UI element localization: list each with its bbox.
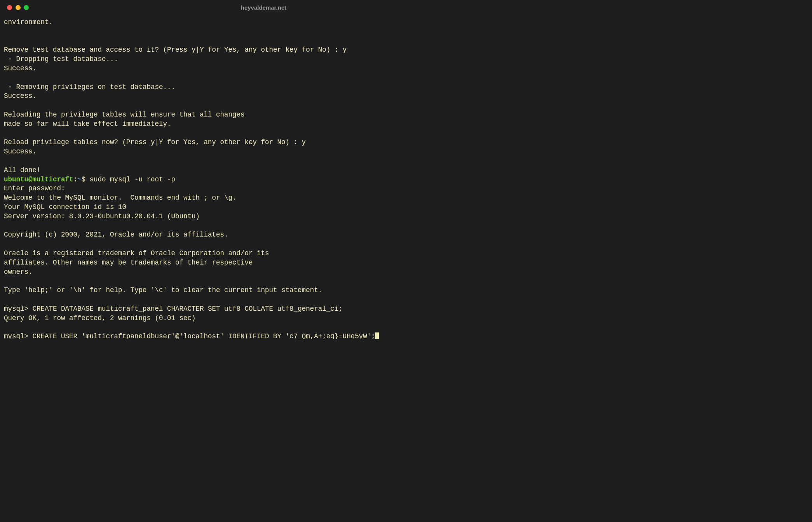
prompt-user-host: ubuntu@multicraft [4,176,73,183]
term-line: Oracle is a registered trademark of Orac… [4,249,269,257]
term-line: Copyright (c) 2000, 2021, Oracle and/or … [4,231,228,238]
terminal-window: heyvaldemar.net environment. Remove test… [0,0,527,339]
term-line: Query OK, 1 row affected, 2 warnings (0.… [4,314,196,322]
term-line: - Removing privileges on test database..… [4,83,175,91]
cursor-icon [375,332,379,339]
term-line: Reload privilege tables now? (Press y|Y … [4,138,306,146]
shell-command: sudo mysql -u root -p [90,176,176,183]
term-line: Remove test database and access to it? (… [4,46,347,54]
term-line: Your MySQL connection id is 10 [4,203,126,211]
term-line: owners. [4,268,33,276]
term-line: made so far will take effect immediately… [4,120,171,128]
terminal-body[interactable]: environment. Remove test database and ac… [0,15,527,339]
close-icon[interactable] [7,5,12,10]
term-line: environment. [4,18,53,26]
minimize-icon[interactable] [16,5,21,10]
mysql-command: CREATE USER 'multicraftpaneldbuser'@'loc… [33,332,375,339]
term-line: All done! [4,166,41,174]
term-line: Enter password: [4,184,65,192]
mysql-prompt: mysql> [4,332,33,339]
term-line: affiliates. Other names may be trademark… [4,259,253,266]
zoom-icon[interactable] [24,5,29,10]
prompt-path: ~ [77,176,82,183]
prompt-symbol: $ [82,176,90,183]
term-line: Success. [4,64,37,72]
term-line: Success. [4,148,37,155]
term-line: - Dropping test database... [4,55,118,63]
term-line: Welcome to the MySQL monitor. Commands e… [4,194,237,202]
term-line: Type 'help;' or '\h' for help. Type '\c'… [4,286,322,294]
term-line: Server version: 8.0.23-0ubuntu0.20.04.1 … [4,212,200,220]
traffic-lights [7,5,29,10]
mysql-command: CREATE DATABASE multicraft_panel CHARACT… [33,305,343,313]
term-line: Success. [4,92,37,100]
term-line: Reloading the privilege tables will ensu… [4,111,245,118]
window-title: heyvaldemar.net [0,4,527,11]
prompt-colon: : [73,176,78,183]
mysql-prompt: mysql> [4,305,33,313]
title-bar: heyvaldemar.net [0,0,527,15]
